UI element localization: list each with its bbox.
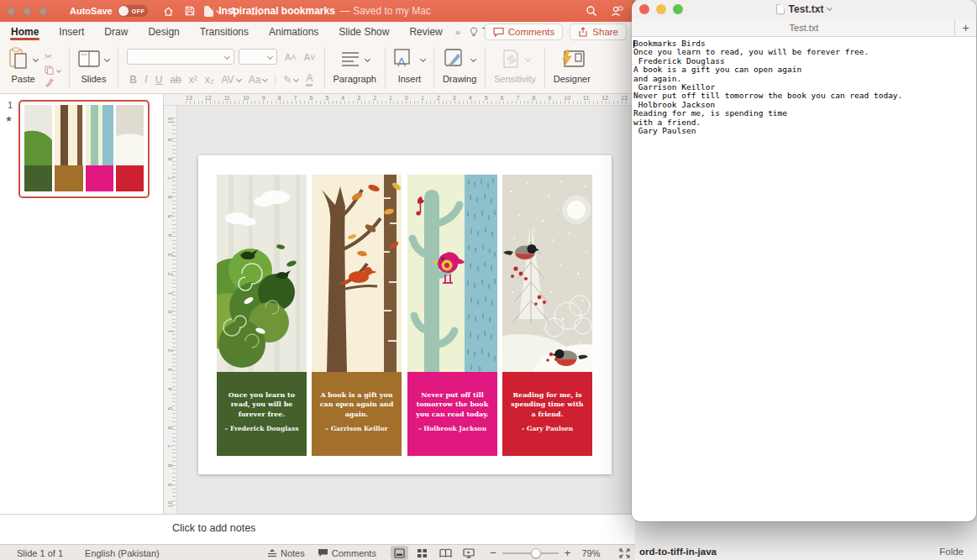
zoom-slider[interactable]	[502, 552, 559, 554]
thumb-bookmark-2	[55, 105, 82, 193]
textedit-document-text[interactable]: Bookmarks Birds Once you learn to read, …	[633, 39, 974, 135]
presence-people-icon[interactable]	[611, 5, 623, 17]
textedit-text-area[interactable]: Bookmarks Birds Once you learn to read, …	[632, 37, 976, 138]
font-color-button[interactable]: A	[306, 72, 313, 86]
title-chevron-icon[interactable]	[827, 5, 833, 11]
zoom-button[interactable]	[39, 7, 48, 16]
tab-home[interactable]: Home	[10, 22, 39, 42]
comments-button[interactable]: Comments	[485, 24, 564, 40]
slide-counter: Slide 1 of 1	[17, 548, 63, 558]
zoom-in-button[interactable]: +	[565, 547, 571, 559]
insert-button[interactable]: A Insert	[386, 42, 433, 93]
notes-toggle[interactable]: Notes	[267, 548, 305, 558]
ribbon: Paste ✂ Sli	[0, 42, 635, 94]
bookmark-4-artwork	[502, 175, 592, 372]
lightbulb-icon	[470, 27, 478, 38]
minimize-button[interactable]	[23, 7, 32, 16]
character-spacing-button[interactable]: AV	[222, 74, 241, 86]
bookmark-3-artwork	[407, 175, 497, 372]
underline-button[interactable]: U	[155, 74, 163, 86]
background-text-fragment-right: Folde	[939, 547, 964, 557]
slide-sorter-view-button[interactable]	[414, 546, 432, 560]
slideshow-view-button[interactable]	[460, 546, 478, 560]
tab-slideshow[interactable]: Slide Show	[338, 22, 390, 42]
tabs-overflow-chevrons[interactable]: »	[455, 27, 460, 37]
autosave-toggle[interactable]: OFF	[118, 5, 148, 17]
slide-canvas[interactable]: Once you learn to read, you will be fore…	[198, 155, 612, 474]
strikethrough-button[interactable]: ab	[170, 74, 181, 86]
subscript-button[interactable]: x₂	[205, 74, 214, 86]
tab-animations[interactable]: Animations	[268, 22, 319, 42]
italic-button[interactable]: I	[144, 73, 148, 86]
textedit-tab-bar: Test.txt +	[632, 18, 976, 37]
tab-transitions[interactable]: Transitions	[199, 22, 250, 42]
slide-1-thumbnail[interactable]	[18, 100, 150, 198]
textedit-window-title[interactable]: Test.txt	[789, 3, 824, 15]
textedit-titlebar: Test.txt	[632, 0, 976, 18]
bookmark-2-quote-panel: A book is a gift you can open again and …	[312, 372, 402, 456]
highlight-pen-button[interactable]: ✎	[283, 74, 298, 86]
undo-icon[interactable]: ↺	[206, 6, 220, 17]
zoom-level[interactable]: 79%	[581, 548, 600, 558]
slide-editor-area[interactable]: 10987654321012345678910	[164, 106, 635, 514]
change-case-button[interactable]: Aa	[249, 74, 268, 86]
bookmark-1-artwork	[217, 175, 307, 372]
comments-toggle[interactable]: Comments	[318, 548, 376, 558]
bookmark-winter-birds[interactable]: Reading for me, is spending time with a …	[502, 175, 592, 456]
zoom-slider-thumb[interactable]	[531, 548, 541, 558]
share-button[interactable]: Share	[570, 24, 627, 40]
format-painter-icon[interactable]	[45, 78, 60, 87]
more-commands-icon[interactable]: …	[251, 6, 262, 17]
increase-font-icon[interactable]: A˄	[285, 52, 297, 62]
new-tab-button[interactable]: +	[954, 18, 976, 37]
notes-placeholder[interactable]: Click to add notes	[172, 522, 255, 534]
thumb-bookmark-3	[86, 105, 113, 193]
autosave-state: OFF	[132, 8, 145, 14]
normal-view-button[interactable]	[391, 546, 408, 560]
quote-author: – Frederick Douglass	[225, 425, 299, 432]
search-icon[interactable]	[586, 5, 597, 17]
screen: ord-to-tiff-in-java Folde AutoSave OFF ↺	[0, 0, 977, 560]
powerpoint-window: AutoSave OFF ↺ ↻ … Inspirational bookmar…	[0, 0, 635, 560]
thumb-bookmark-4	[116, 105, 144, 193]
fit-slide-button[interactable]	[616, 546, 633, 560]
save-icon[interactable]	[185, 6, 195, 16]
cut-icon[interactable]: ✂	[45, 51, 60, 62]
slide-thumbnail-panel: 1 ★	[0, 94, 164, 514]
bookmark-1-quote-panel: Once you learn to read, you will be fore…	[217, 372, 307, 456]
tab-test-txt[interactable]: Test.txt	[632, 23, 976, 33]
paragraph-button[interactable]: Paragraph	[325, 42, 385, 93]
autosave-label: AutoSave	[70, 6, 113, 16]
quote-author: – Garrison Keillor	[325, 425, 387, 432]
copy-icon[interactable]	[45, 65, 60, 75]
vertical-ruler: 10987654321012345678910	[165, 106, 177, 514]
font-size-combobox[interactable]	[239, 49, 277, 65]
status-bar: Slide 1 of 1 English (Pakistan) Notes Co…	[0, 544, 635, 560]
home-icon[interactable]	[163, 6, 174, 17]
bookmark-autumn-birch[interactable]: A book is a gift you can open again and …	[312, 175, 402, 456]
quote-author: – Gary Paulsen	[522, 425, 574, 432]
tab-draw[interactable]: Draw	[103, 22, 129, 42]
tab-review[interactable]: Review	[408, 22, 443, 42]
bold-button[interactable]: B	[129, 74, 137, 86]
animation-star-icon: ★	[5, 114, 13, 123]
bookmark-teal-tree[interactable]: Never put off till tomorrow the book you…	[407, 175, 497, 456]
drawing-button[interactable]: Drawing	[434, 42, 485, 93]
svg-text:A: A	[397, 55, 406, 69]
language-indicator[interactable]: English (Pakistan)	[85, 548, 160, 558]
designer-button[interactable]: Designer	[545, 42, 599, 93]
background-window-strip: ord-to-tiff-in-java Folde	[632, 521, 977, 560]
font-name-combobox[interactable]	[127, 49, 234, 65]
close-button[interactable]	[7, 7, 16, 16]
notes-pane[interactable]: Click to add notes	[0, 514, 635, 544]
paste-button[interactable]: Paste	[8, 46, 38, 84]
superscript-button[interactable]: x²	[189, 74, 197, 86]
tab-insert[interactable]: Insert	[58, 22, 85, 42]
reading-view-button[interactable]	[437, 546, 454, 560]
bookmark-green-tree[interactable]: Once you learn to read, you will be fore…	[217, 175, 307, 456]
decrease-font-icon[interactable]: A˅	[304, 52, 316, 62]
slides-button[interactable]: Slides	[70, 42, 118, 93]
tab-design[interactable]: Design	[147, 22, 180, 42]
redo-icon[interactable]: ↻	[231, 6, 240, 17]
zoom-out-button[interactable]: −	[490, 547, 496, 559]
